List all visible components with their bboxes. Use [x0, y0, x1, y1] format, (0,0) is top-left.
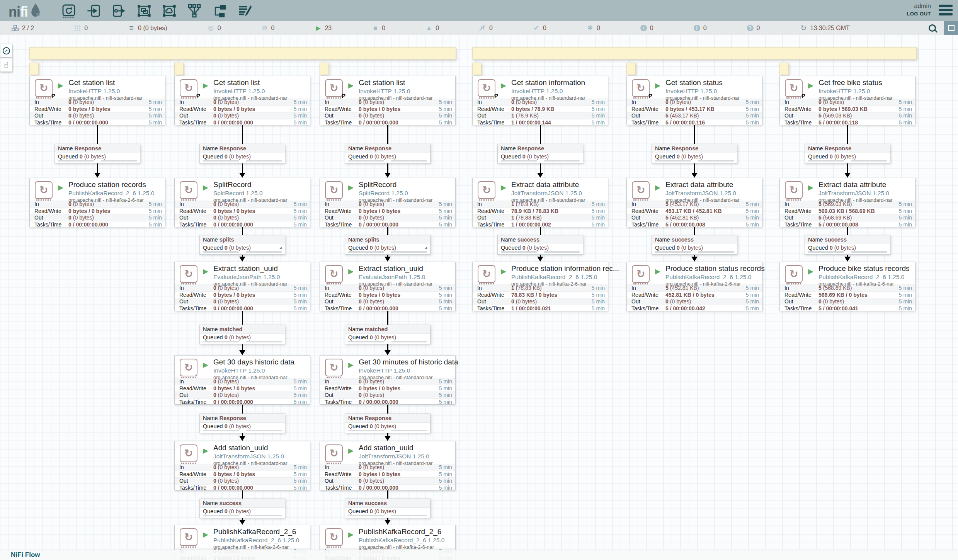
connection-queued-count: 0	[80, 153, 83, 160]
group-label[interactable]	[320, 63, 329, 75]
processor-node[interactable]: ↻P ▶ Get free bike status InvokeHTTP 1.2…	[779, 76, 915, 125]
processor-node[interactable]: ↻P ▶ Add station_uuid JoltTransformJSON …	[174, 441, 310, 490]
label-button[interactable]	[236, 2, 253, 19]
processor-icon: ↻P	[180, 265, 197, 283]
group-label[interactable]	[779, 63, 789, 75]
processor-type: EvaluateJsonPath 1.25.0	[359, 274, 455, 281]
stat-row-tasks: Tasks/Time 5 / 00:00:00.116 5 min	[627, 119, 762, 126]
funnel-icon	[187, 3, 202, 19]
connection-label[interactable]: Name success Queued 0(0 bytes)◕	[497, 235, 583, 255]
connection-label[interactable]: Name Response Queued 0(0 bytes)◕	[54, 144, 140, 163]
connection-label[interactable]: Name success Queued 0(0 bytes)◕	[805, 235, 890, 255]
output-port-icon	[111, 3, 127, 19]
stat-row-tasks: Tasks/Time 1 / 00:00:00.002 5 min	[473, 221, 608, 228]
processor-node[interactable]: ↻P ▶ Produce station information rec... …	[472, 262, 608, 311]
processor-node[interactable]: ↻P ▶ Extract station_uuid EvaluateJsonPa…	[174, 262, 310, 311]
processor-button[interactable]	[60, 2, 77, 19]
running-state-icon: ▶	[348, 361, 354, 369]
stat-row-out: Out 0(0 bytes) 5 min	[175, 112, 310, 119]
processor-type: InvokeHTTP 1.25.0	[359, 88, 455, 95]
nifi-logo: nifi	[9, 2, 42, 19]
cluster-status: 2 / 2	[12, 25, 34, 32]
process-group-button[interactable]	[136, 2, 153, 19]
processor-node[interactable]: ↻P ▶ SplitRecord SplitRecord 1.25.0 org.…	[320, 178, 456, 227]
running-state-icon: ▶	[655, 267, 660, 276]
global-menu-button[interactable]	[939, 5, 953, 17]
connection-label[interactable]: Name matched Queued 0(0 bytes)◕	[345, 325, 431, 344]
processor-type: InvokeHTTP 1.25.0	[818, 88, 915, 95]
load-balance-icon: ◕	[425, 244, 428, 251]
search-button[interactable]	[920, 21, 944, 35]
refresh-icon[interactable]: ↻	[800, 24, 807, 32]
output-port-button[interactable]	[111, 2, 128, 19]
connection-label[interactable]: Name Response Queued 0(0 bytes)◕	[199, 144, 285, 163]
connection-label[interactable]: Name Response Queued 0(0 bytes)◕	[805, 144, 890, 163]
logo-text-fi: fi	[20, 5, 28, 19]
processor-title: Extract station_uuid	[359, 264, 455, 273]
connection-label[interactable]: Name splits Queued 0(0 bytes)◕	[199, 235, 285, 255]
disabled-status: ϟ0	[479, 24, 493, 32]
connection-label[interactable]: Name Response Queued 0(0 bytes)◕	[199, 414, 285, 433]
connection-label[interactable]: Name success Queued 0(0 bytes)◕	[345, 499, 431, 518]
nifi-droplet-icon	[29, 2, 42, 19]
connection-label[interactable]: Name Response Queued 0(0 bytes)◕	[345, 414, 431, 433]
template-button[interactable]	[211, 2, 228, 19]
breadcrumb-root[interactable]: NiFi Flow	[11, 551, 40, 559]
processor-node[interactable]: ↻P ▶ Extract data attribute JoltTransfor…	[626, 178, 762, 227]
input-port-button[interactable]	[85, 2, 102, 19]
processor-icon: ↻P	[35, 79, 53, 97]
queue-icon: ≡	[128, 24, 135, 32]
navigate-palette-button[interactable]: ↗	[0, 44, 12, 58]
processor-node[interactable]: ↻P ▶ Extract data attribute JoltTransfor…	[472, 178, 608, 227]
connection-label[interactable]: Name success Queued 0(0 bytes)◕	[652, 235, 737, 255]
processor-node[interactable]: ↻P ▶ Get station list InvokeHTTP 1.25.0 …	[320, 76, 456, 125]
connection-progress-bars	[345, 341, 430, 344]
flow-canvas[interactable]: ↗ ☝ Name Response Queued 0(0 bytes)◕ Nam	[0, 35, 958, 560]
processor-node[interactable]: ↻P ▶ Get station status InvokeHTTP 1.25.…	[626, 76, 762, 125]
processor-node[interactable]: ↻P ▶ Get 30 minutes of historic data Inv…	[320, 355, 456, 405]
connection-arrowhead	[385, 350, 391, 355]
processor-node[interactable]: ↻P ▶ Produce station status records Publ…	[626, 262, 762, 311]
stat-row-out: Out 0(0 bytes) 5 min	[175, 214, 310, 221]
stat-row-read-write: Read/Write 0 bytes / 78.9 KB 5 min	[473, 106, 608, 112]
group-label[interactable]	[29, 63, 39, 75]
connection-label[interactable]: Name Response Queued 0(0 bytes)◕	[345, 144, 431, 163]
region-label[interactable]	[472, 47, 917, 60]
region-label[interactable]	[29, 47, 456, 60]
outline-panel-toggle[interactable]	[944, 21, 958, 35]
logout-link[interactable]: LOG OUT	[907, 10, 931, 17]
app-header: nifi	[0, 0, 958, 21]
processor-node[interactable]: ↻P ▶ Extract station_uuid EvaluateJsonPa…	[320, 262, 456, 311]
refresh-status[interactable]: ↻13:30:25 GMT	[800, 24, 850, 32]
processor-type: EvaluateJsonPath 1.25.0	[213, 274, 310, 281]
group-label[interactable]	[626, 63, 636, 75]
stat-row-out: Out 0(0 bytes) 5 min	[320, 214, 455, 221]
group-label[interactable]	[472, 63, 482, 75]
processor-title: Produce station records	[68, 180, 165, 189]
group-label[interactable]	[174, 63, 184, 75]
processor-node[interactable]: ↻P ▶ Produce station records PublishKafk…	[29, 178, 165, 227]
connection-label[interactable]: Name Response Queued 0(0 bytes)◕	[497, 144, 583, 163]
remote-process-group-button[interactable]	[161, 2, 178, 19]
processor-node[interactable]: ↻P ▶ Get 30 days historic data InvokeHTT…	[174, 355, 310, 405]
connection-label[interactable]: Name Response Queued 0(0 bytes)◕	[652, 144, 737, 163]
processor-node[interactable]: ↻P ▶ Produce bike status records Publish…	[779, 262, 915, 311]
stat-row-read-write: Read/Write 0 bytes / 0 bytes 5 min	[30, 106, 165, 112]
processor-icon: ↻P	[180, 444, 197, 462]
processor-node[interactable]: ↻P ▶ Get station list InvokeHTTP 1.25.0 …	[174, 76, 310, 125]
stat-row-out: Out 1(78.83 KB) 5 min	[473, 214, 608, 221]
connection-label[interactable]: Name matched Queued 0(0 bytes)◕	[199, 325, 285, 344]
processor-type: InvokeHTTP 1.25.0	[665, 88, 762, 95]
processor-node[interactable]: ↻P ▶ Extract data attribute JoltTransfor…	[779, 178, 915, 227]
processor-node[interactable]: ↻P ▶ Add station_uuid JoltTransformJSON …	[320, 441, 456, 490]
operate-palette-button[interactable]: ☝	[0, 58, 12, 72]
processor-node[interactable]: ↻P ▶ Get station list InvokeHTTP 1.25.0 …	[29, 76, 165, 125]
funnel-button[interactable]	[186, 2, 203, 19]
processor-node[interactable]: ↻P ▶ SplitRecord SplitRecord 1.25.0 org.…	[174, 178, 310, 227]
stat-row-tasks: Tasks/Time 5 / 00:00:00.041 5 min	[780, 305, 915, 312]
connection-queued-label: Queued	[655, 245, 675, 251]
connection-label[interactable]: Name splits Queued 0(0 bytes)◕	[345, 235, 431, 255]
processor-node[interactable]: ↻P ▶ Get station information InvokeHTTP …	[472, 76, 608, 125]
processor-title: Produce bike status records	[818, 264, 915, 273]
connection-label[interactable]: Name success Queued 0(0 bytes)◕	[199, 499, 285, 518]
